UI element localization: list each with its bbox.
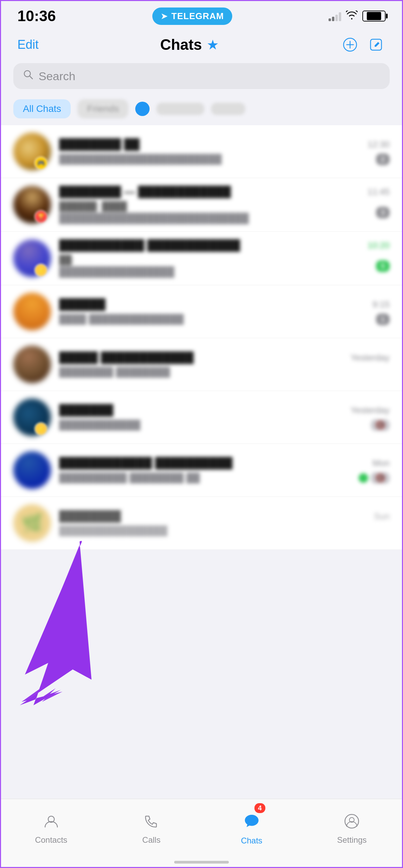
chat-preview: ██████████ ████████ ██ <box>59 473 200 483</box>
chat-badge: 🔇 <box>371 472 390 484</box>
chat-bottom-row: ██████: ████ ███████████████████████████… <box>59 201 390 224</box>
compose-button[interactable] <box>366 35 386 54</box>
filter-dot <box>135 102 150 116</box>
chat-item[interactable]: ⭐ ███████████ ████████████ 10:20 ██: ███… <box>1 232 402 285</box>
chat-item[interactable]: █████ ████████████ Yesterday ████████ ██… <box>1 338 402 391</box>
chat-top-row: ███████ Yesterday <box>59 404 390 417</box>
chat-name: ████████ ██ <box>59 138 140 151</box>
chat-top-row: ████████ — ████████████ 11:45 <box>59 186 390 198</box>
chat-preview: █████████████████ <box>59 266 174 277</box>
chat-time: Yesterday <box>350 352 390 363</box>
chat-time: Sun <box>374 511 390 522</box>
chat-list: 🎮 ████████ ██ 12:30 ████████████████████… <box>1 125 402 550</box>
chat-name: ███████████ ████████████ <box>59 239 240 252</box>
chat-bottom-row: ██████████ ████████ ██ 🔇 <box>59 472 390 484</box>
chat-item[interactable]: ⭐ ███████ Yesterday ████████████ 🔇 <box>1 391 402 444</box>
chat-name: ████████ — ████████████ <box>59 186 231 198</box>
search-placeholder: Search <box>39 70 75 83</box>
chat-top-row: ███████████ ████████████ 10:20 <box>59 239 390 252</box>
battery-icon <box>362 11 386 21</box>
avatar <box>13 293 51 330</box>
chat-bottom-row: ████████████████ <box>59 525 390 536</box>
chat-name: ███████ <box>59 404 113 417</box>
avatar <box>13 451 51 489</box>
settings-avatar-icon <box>344 813 360 833</box>
page-header: Edit Chats ★ <box>1 28 402 60</box>
new-group-button[interactable] <box>341 35 360 54</box>
chat-name: ██████ <box>59 298 106 311</box>
nav-item-chats[interactable]: 4 Chats <box>202 799 302 859</box>
search-container: Search <box>1 60 402 96</box>
contacts-icon <box>43 813 59 833</box>
chat-top-row: ████████████ ██████████ Mon <box>59 457 390 469</box>
chat-item[interactable]: 🎮 ████████ ██ 12:30 ████████████████████… <box>1 125 402 178</box>
chat-item[interactable]: ██████ 9:15 ████ ██████████████ 1 <box>1 285 402 338</box>
sub-badge: ⭐ <box>34 264 47 277</box>
status-center: ➤ TELEGRAM <box>152 8 232 25</box>
sub-badge: ⭐ <box>34 422 47 435</box>
wifi-icon <box>346 10 358 22</box>
nav-label-contacts: Contacts <box>35 835 67 845</box>
chat-item[interactable]: ████████████ ██████████ Mon ██████████ █… <box>1 444 402 497</box>
chat-top-row: ████████ Sun <box>59 510 390 523</box>
chat-preview: ████ ██████████████ <box>59 314 184 325</box>
sub-badge-inner: 🎮 <box>35 157 47 169</box>
sub-badge-inner: ⭐ <box>35 423 47 435</box>
chat-time: 9:15 <box>372 299 390 310</box>
chat-preview: ████████ ████████ <box>59 367 170 378</box>
nav-label-settings: Settings <box>337 835 367 845</box>
chat-badge: 5 <box>376 260 390 272</box>
signal-icon <box>329 11 341 21</box>
avatar <box>13 346 51 383</box>
chat-content: ████████ — ████████████ 11:45 ██████: ██… <box>59 186 390 224</box>
filter-tab-all[interactable]: All Chats <box>13 99 71 118</box>
chat-top-row: ██████ 9:15 <box>59 298 390 311</box>
header-actions <box>341 35 386 54</box>
chat-badge: 2 <box>376 154 390 165</box>
nav-item-calls[interactable]: Calls <box>101 799 202 859</box>
chat-badge: 1 <box>376 314 390 325</box>
chat-content: ███████████ ████████████ 10:20 ██: █████… <box>59 239 390 277</box>
chat-content: ████████ Sun ████████████████ <box>59 510 390 536</box>
chat-item[interactable]: 🌿 ████████ Sun ████████████████ <box>1 497 402 550</box>
content-area: Edit Chats ★ <box>1 28 402 799</box>
chat-content: ████████ ██ 12:30 ██████████████████████… <box>59 138 390 165</box>
nav-label-calls: Calls <box>142 835 161 845</box>
filter-tab-more[interactable] <box>156 103 204 115</box>
sub-badge: 🏆 <box>34 210 47 223</box>
page-title: Chats <box>160 36 202 53</box>
edit-button[interactable]: Edit <box>17 38 39 52</box>
chats-badge: 4 <box>254 803 265 813</box>
chat-name: ████████████ ██████████ <box>59 457 233 469</box>
chat-bottom-row: ██: █████████████████ 5 <box>59 255 390 277</box>
filter-tab-extra[interactable] <box>211 103 245 115</box>
chat-time: Yesterday <box>350 405 390 416</box>
chats-icon <box>243 813 260 833</box>
home-indicator <box>174 861 229 864</box>
chat-time: 12:30 <box>367 139 390 150</box>
telegram-badge: ➤ TELEGRAM <box>152 8 232 25</box>
chat-preview: ████████████ <box>59 420 140 431</box>
pointer-arrow <box>1 535 110 707</box>
nav-item-contacts[interactable]: Contacts <box>1 799 101 859</box>
sub-badge-inner: 🏆 <box>35 211 47 222</box>
search-icon <box>23 69 34 83</box>
chat-bottom-row: ████████████████████████ 2 <box>59 154 390 165</box>
chat-name: █████ ████████████ <box>59 351 194 364</box>
chat-time: Mon <box>372 458 390 468</box>
filter-tab-friends[interactable]: Friends <box>78 99 128 118</box>
status-icons <box>329 10 386 22</box>
sub-badge: 🎮 <box>34 157 47 170</box>
nav-item-settings[interactable]: Settings <box>302 799 402 859</box>
search-bar[interactable]: Search <box>13 63 390 89</box>
bottom-nav: Contacts Calls 4 Chats Settings <box>1 799 402 867</box>
telegram-plane-icon: ➤ <box>161 11 168 21</box>
svg-line-5 <box>30 76 32 79</box>
chat-bottom-row: ████████ ████████ <box>59 367 390 378</box>
chat-name: ████████ <box>59 510 121 523</box>
chat-item[interactable]: 🏆 ████████ — ████████████ 11:45 ██████: … <box>1 178 402 232</box>
chat-bottom-row: ████████████ 🔇 <box>59 419 390 431</box>
status-time: 10:36 <box>17 8 56 25</box>
chat-badge: 3 <box>376 207 390 218</box>
chat-bottom-row: ████ ██████████████ 1 <box>59 314 390 325</box>
